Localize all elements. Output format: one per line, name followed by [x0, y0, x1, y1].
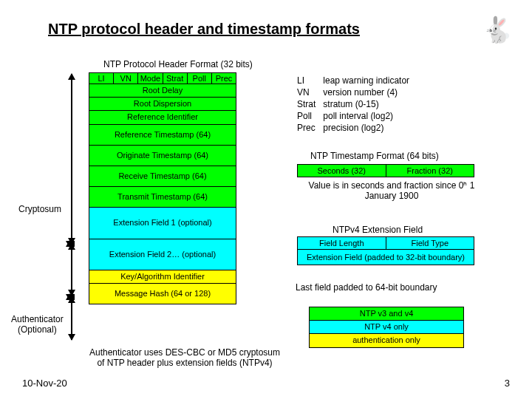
timestamp-format-box: Seconds (32) Fraction (32)	[297, 164, 474, 177]
def-val: leap warning indicator	[323, 75, 415, 86]
field-prec: Prec	[211, 72, 236, 84]
auth-extent-arrow	[71, 297, 72, 340]
legend-v4: NTP v4 only	[309, 320, 464, 334]
field-key-alg: Key/Algorithm Identifier	[89, 270, 236, 284]
legend-auth: authentication only	[309, 333, 464, 347]
timestamp-caption: NTP Timestamp Format (64 bits)	[310, 151, 439, 161]
field-message-hash: Message Hash (64 or 128)	[89, 283, 236, 304]
def-val: poll interval (log2)	[323, 111, 415, 121]
field-originate-ts: Originate Timestamp (64)	[89, 145, 236, 166]
ts-fraction: Fraction (32)	[386, 164, 475, 177]
extension-caption: NTPv4 Extension Field	[332, 225, 423, 235]
field-vn: VN	[113, 72, 137, 84]
field-li: LI	[89, 72, 113, 84]
rabbit-icon: 🐇	[482, 15, 513, 44]
footer-page-number: 3	[505, 378, 510, 389]
field-extension-2: Extension Field 2… (optional)	[89, 239, 236, 270]
def-key: Poll	[297, 111, 321, 121]
field-transmit-ts: Transmit Timestamp (64)	[89, 186, 236, 208]
ext-extent-arrow	[71, 244, 72, 296]
cryptosum-extent-arrow	[71, 74, 72, 244]
field-root-dispersion: Root Dispersion	[89, 97, 236, 111]
label-cryptosum: Cryptosum	[18, 204, 61, 214]
def-val: version number (4)	[323, 87, 415, 98]
legend-v3v4: NTP v3 and v4	[309, 307, 464, 321]
field-poll: Poll	[187, 72, 211, 84]
ext-field-length: Field Length	[297, 236, 386, 250]
protocol-header-diagram: LI VN Mode Strat Poll Prec Root Delay Ro…	[89, 72, 236, 304]
field-receive-ts: Receive Timestamp (64)	[89, 166, 236, 187]
field-reference-ts: Reference Timestamp (64)	[89, 124, 236, 146]
field-mode: Mode	[137, 72, 162, 84]
footer-date: 10-Nov-20	[22, 378, 67, 389]
ts-seconds: Seconds (32)	[297, 164, 386, 177]
def-key: LI	[297, 75, 321, 86]
field-root-delay: Root Delay	[89, 83, 236, 98]
label-auth-line2: (Optional)	[18, 324, 57, 335]
def-val: stratum (0-15)	[323, 99, 415, 109]
extension-format-box: Field Length Field Type Extension Field …	[297, 236, 474, 265]
def-key: VN	[297, 87, 321, 98]
timestamp-note: Value is in seconds and fraction since 0…	[303, 180, 480, 201]
label-authenticator: Authenticator (Optional)	[11, 314, 64, 335]
field-reference-id: Reference Identifier	[89, 110, 236, 124]
header-row-bits: LI VN Mode Strat Poll Prec	[89, 72, 236, 84]
def-key: Prec	[297, 123, 321, 133]
field-definitions: LIleap warning indicator VNversion numbe…	[296, 74, 417, 134]
ext-body: Extension Field (padded to 32-bit bounda…	[297, 250, 474, 265]
field-strat: Strat	[163, 72, 187, 84]
def-key: Strat	[297, 99, 321, 109]
version-legend: NTP v3 and v4 NTP v4 only authentication…	[309, 307, 464, 348]
extension-note: Last field padded to 64-bit boundary	[296, 282, 437, 293]
ext-field-type: Field Type	[386, 236, 475, 250]
page-title: NTP protocol header and timestamp format…	[48, 21, 360, 38]
field-extension-1: Extension Field 1 (optional)	[89, 207, 236, 239]
def-val: precision (log2)	[323, 123, 415, 133]
authenticator-note: Authenticator uses DES-CBC or MD5 crypto…	[89, 347, 281, 368]
header-caption: NTP Protocol Header Format (32 bits)	[103, 59, 253, 69]
label-auth-line1: Authenticator	[11, 314, 64, 324]
